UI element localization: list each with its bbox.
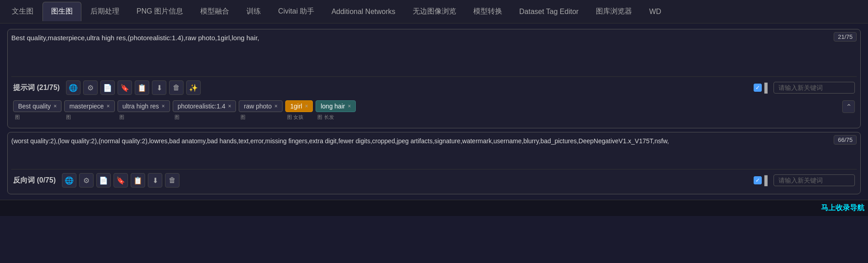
doc1-icon-btn[interactable]: 📄 bbox=[100, 80, 115, 95]
positive-collapse-btn[interactable]: ⌃ bbox=[842, 100, 855, 113]
negative-checkbox-row: ✓ ▌ bbox=[754, 175, 771, 186]
negative-checkbox[interactable]: ✓ bbox=[754, 176, 762, 184]
tag-long-hair-sub: 图 长发 bbox=[316, 113, 335, 122]
tag-long-hair-wrapper: long hair × 图 长发 bbox=[316, 100, 356, 122]
tag-best-quality-close[interactable]: × bbox=[53, 103, 57, 109]
tag-photorealistic[interactable]: photorealistic:1.4 × bbox=[173, 100, 236, 112]
tab-model-merge[interactable]: 模型融合 bbox=[192, 2, 237, 21]
positive-token-count: 21/75 bbox=[834, 32, 857, 42]
tab-png-info[interactable]: PNG 图片信息 bbox=[128, 2, 191, 21]
tab-bar: 文生图 图生图 后期处理 PNG 图片信息 模型融合 训练 Civitai 助手… bbox=[0, 0, 868, 23]
tag-raw-photo-close[interactable]: × bbox=[274, 103, 278, 109]
magic1-icon-btn[interactable]: ✨ bbox=[186, 80, 201, 95]
neg-paste1-icon-btn[interactable]: ⬇ bbox=[148, 173, 162, 188]
tag-raw-photo-wrapper: raw photo × 图 bbox=[239, 100, 283, 122]
positive-checkbox-row: ✓ ▌ bbox=[754, 83, 771, 93]
tag-masterpiece-close[interactable]: × bbox=[107, 103, 110, 109]
tab-dataset-editor[interactable]: Dataset Tag Editor bbox=[511, 3, 587, 20]
tag-photorealistic-close[interactable]: × bbox=[228, 103, 231, 109]
negative-prompt-section: 66/75 反向词 (0/75) 🌐 ⚙ 📄 🔖 📋 ⬇ 🗑 ✓ ▌ bbox=[7, 132, 861, 194]
positive-toolbar: 提示词 (21/75) 🌐 ⚙ 📄 🔖 📋 ⬇ 🗑 ✨ ✓ ▌ bbox=[11, 78, 857, 98]
bookmark-icon-btn[interactable]: 🔖 bbox=[118, 80, 132, 95]
tab-infinite-browse[interactable]: 无边图像浏览 bbox=[405, 2, 464, 21]
trash1-icon-btn[interactable]: 🗑 bbox=[169, 80, 184, 95]
positive-section-label: 提示词 (21/75) bbox=[13, 83, 60, 93]
tab-train[interactable]: 训练 bbox=[238, 2, 269, 21]
positive-toggle-icon: ▌ bbox=[764, 83, 771, 93]
tag-1girl-close[interactable]: × bbox=[305, 103, 308, 109]
main-content: 21/75 提示词 (21/75) 🌐 ⚙ 📄 🔖 📋 ⬇ 🗑 ✨ ✓ ▌ bbox=[0, 23, 868, 200]
neg-trash1-icon-btn[interactable]: 🗑 bbox=[165, 173, 179, 188]
tag-photorealistic-wrapper: photorealistic:1.4 × 图 bbox=[173, 100, 236, 122]
tag-best-quality-sub: 图 bbox=[13, 113, 22, 122]
tag-raw-photo[interactable]: raw photo × bbox=[239, 100, 283, 112]
tab-postprocess[interactable]: 后期处理 bbox=[82, 2, 127, 21]
tag-photorealistic-sub: 图 bbox=[173, 113, 181, 122]
paste1-icon-btn[interactable]: ⬇ bbox=[152, 80, 166, 95]
tag-ultra-high-res-sub: 图 bbox=[118, 113, 126, 122]
tag-masterpiece[interactable]: masterpiece × bbox=[64, 100, 114, 112]
negative-token-count: 66/75 bbox=[834, 135, 857, 145]
tag-long-hair-close[interactable]: × bbox=[348, 103, 351, 109]
neg-gear-icon-btn[interactable]: ⚙ bbox=[79, 173, 94, 188]
neg-globe-icon-btn[interactable]: 🌐 bbox=[62, 173, 76, 188]
tab-model-convert[interactable]: 模型转换 bbox=[465, 2, 510, 21]
globe-icon-btn[interactable]: 🌐 bbox=[66, 80, 80, 95]
tag-best-quality-wrapper: Best quality × 图 bbox=[13, 100, 61, 122]
tab-additional-networks[interactable]: Additional Networks bbox=[323, 3, 403, 20]
neg-copy1-icon-btn[interactable]: 📋 bbox=[131, 173, 145, 188]
tag-ultra-high-res[interactable]: ultra high res × bbox=[118, 100, 170, 112]
tag-long-hair[interactable]: long hair × bbox=[316, 100, 356, 112]
tag-best-quality[interactable]: Best quality × bbox=[13, 100, 61, 112]
tag-masterpiece-sub: 图 bbox=[64, 113, 73, 122]
tab-civitai[interactable]: Civitai 助手 bbox=[270, 2, 322, 21]
tag-masterpiece-wrapper: masterpiece × 图 bbox=[64, 100, 114, 122]
neg-bookmark-icon-btn[interactable]: 🔖 bbox=[113, 173, 128, 188]
positive-prompt-section: 21/75 提示词 (21/75) 🌐 ⚙ 📄 🔖 📋 ⬇ 🗑 ✨ ✓ ▌ bbox=[7, 29, 861, 128]
positive-checkbox[interactable]: ✓ bbox=[754, 84, 762, 92]
negative-section-label: 反向词 (0/75) bbox=[13, 176, 56, 185]
tag-ultra-high-res-close[interactable]: × bbox=[162, 103, 165, 109]
gear-icon-btn[interactable]: ⚙ bbox=[83, 80, 98, 95]
negative-toolbar: 反向词 (0/75) 🌐 ⚙ 📄 🔖 📋 ⬇ 🗑 ✓ ▌ bbox=[11, 170, 857, 190]
negative-prompt-textarea[interactable] bbox=[11, 136, 857, 166]
tab-image-browser[interactable]: 图库浏览器 bbox=[588, 2, 640, 21]
tab-txt2img[interactable]: 文生图 bbox=[4, 2, 42, 21]
negative-toggle-icon: ▌ bbox=[764, 175, 771, 186]
neg-doc1-icon-btn[interactable]: 📄 bbox=[96, 173, 111, 188]
copy1-icon-btn[interactable]: 📋 bbox=[135, 80, 149, 95]
bottom-link[interactable]: 马上收录导航 bbox=[821, 203, 864, 213]
tag-1girl[interactable]: 1girl × bbox=[285, 100, 313, 112]
bottom-bar: 马上收录导航 bbox=[0, 200, 868, 216]
positive-tags-row: Best quality × 图 masterpiece × 图 ultra h… bbox=[11, 98, 857, 124]
tag-ultra-high-res-wrapper: ultra high res × 图 bbox=[118, 100, 170, 122]
tag-1girl-sub: 图 女孩 bbox=[285, 113, 305, 122]
tab-wd[interactable]: WD bbox=[641, 3, 670, 20]
positive-keyword-input[interactable] bbox=[774, 82, 855, 94]
negative-keyword-input[interactable] bbox=[774, 174, 855, 186]
tag-1girl-wrapper: 1girl × 图 女孩 bbox=[285, 100, 313, 122]
positive-prompt-textarea[interactable] bbox=[11, 33, 857, 74]
tab-img2img[interactable]: 图生图 bbox=[42, 2, 81, 21]
tag-raw-photo-sub: 图 bbox=[239, 113, 247, 122]
